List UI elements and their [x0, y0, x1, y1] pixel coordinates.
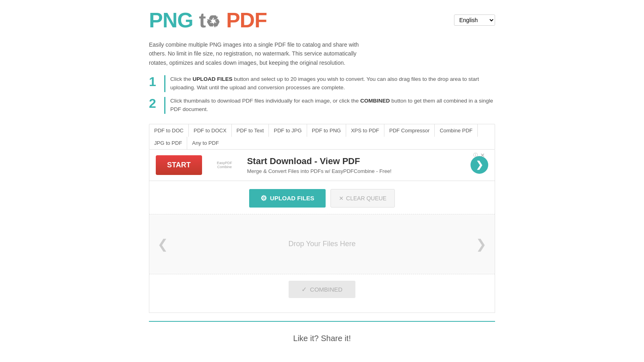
upload-button-label: UPLOAD FILES	[270, 195, 314, 202]
combined-area: ✓ COMBINED	[156, 274, 488, 304]
description-text: Easily combine multiple PNG images into …	[149, 40, 366, 67]
ad-info-icon: ⓘ	[473, 152, 478, 158]
combined-label: COMBINED	[310, 286, 343, 293]
ad-title: Start Download - View PDF	[247, 156, 464, 167]
step-2-number: 2	[149, 97, 159, 110]
step-2: 2 Click thumbnails to download PDF files…	[149, 97, 495, 114]
step-1-highlight: UPLOAD FILES	[193, 76, 233, 82]
ad-banner: ⓘ ✕ START EasyPDFCombine Start Download …	[149, 150, 495, 181]
tool-link-pdf-to-text[interactable]: PDF to Text	[232, 124, 269, 137]
tool-link-xps-to-pdf[interactable]: XPS to PDF	[346, 124, 384, 137]
upload-buttons: ⚙ UPLOAD FILES ✕ CLEAR QUEUE	[156, 189, 488, 208]
step-1: 1 Click the UPLOAD FILES button and sele…	[149, 75, 495, 92]
step-1-text: Click the UPLOAD FILES button and select…	[164, 75, 495, 92]
ad-start-button[interactable]: START	[156, 155, 202, 175]
logo-to: t♻	[193, 8, 226, 32]
share-title: Like it? Share it!	[153, 334, 491, 343]
ad-info: ⓘ ✕	[473, 152, 485, 158]
combined-check-icon: ✓	[301, 286, 307, 293]
tool-link-pdf-to-docx[interactable]: PDF to DOCX	[189, 124, 232, 137]
nav-right-arrow[interactable]: ❯	[472, 232, 491, 256]
clear-icon: ✕	[339, 195, 344, 202]
upload-icon: ⚙	[260, 194, 267, 203]
tool-links-bar: PDF to DOC PDF to DOCX PDF to Text PDF t…	[149, 124, 495, 150]
drop-area[interactable]: ❮ Drop Your Files Here ❯	[149, 214, 495, 274]
step-2-highlight: COMBINED	[360, 98, 390, 104]
step-1-number: 1	[149, 75, 159, 88]
logo-to-text: t	[199, 8, 206, 32]
ad-close-button[interactable]: ✕	[480, 152, 485, 158]
language-select[interactable]: English Español Français Deutsch Portugu…	[454, 14, 495, 26]
tool-link-pdf-to-png[interactable]: PDF to PNG	[307, 124, 346, 137]
tool-link-combine-pdf[interactable]: Combine PDF	[435, 124, 478, 137]
clear-button-label: CLEAR QUEUE	[346, 195, 386, 202]
nav-left-arrow[interactable]: ❮	[153, 232, 172, 256]
logo-arrow-icon: ♻	[206, 12, 220, 31]
steps-section: 1 Click the UPLOAD FILES button and sele…	[149, 75, 495, 114]
tool-link-pdf-to-jpg[interactable]: PDF to JPG	[269, 124, 307, 137]
logo: PNG t♻ PDF	[149, 8, 267, 32]
tool-link-any-to-pdf[interactable]: Any to PDF	[187, 137, 223, 149]
combined-button[interactable]: ✓ COMBINED	[289, 281, 355, 298]
tool-link-jpg-to-pdf[interactable]: JPG to PDF	[149, 137, 187, 149]
logo-png: PNG	[149, 8, 193, 32]
upload-files-button[interactable]: ⚙ UPLOAD FILES	[249, 189, 326, 208]
ad-arrow-button[interactable]: ❯	[471, 156, 488, 174]
tool-link-pdf-to-doc[interactable]: PDF to DOC	[149, 124, 189, 137]
section-divider	[149, 321, 495, 322]
tool-link-pdf-compressor[interactable]: PDF Compressor	[384, 124, 435, 137]
clear-queue-button[interactable]: ✕ CLEAR QUEUE	[330, 189, 395, 208]
header: PNG t♻ PDF English Español Français Deut…	[149, 8, 495, 32]
step-2-text: Click thumbnails to download PDF files i…	[164, 97, 495, 114]
upload-section: ⚙ UPLOAD FILES ✕ CLEAR QUEUE ❮ Drop Your…	[149, 181, 495, 313]
share-section: Like it? Share it!	[149, 330, 495, 347]
drop-text: Drop Your Files Here	[288, 240, 355, 248]
ad-subtitle: Merge & Convert Files into PDFs w/ EasyP…	[247, 168, 464, 174]
ad-text-block: Start Download - View PDF Merge & Conver…	[247, 156, 464, 174]
logo-pdf: PDF	[226, 8, 267, 32]
ad-logo: EasyPDFCombine	[208, 157, 241, 173]
